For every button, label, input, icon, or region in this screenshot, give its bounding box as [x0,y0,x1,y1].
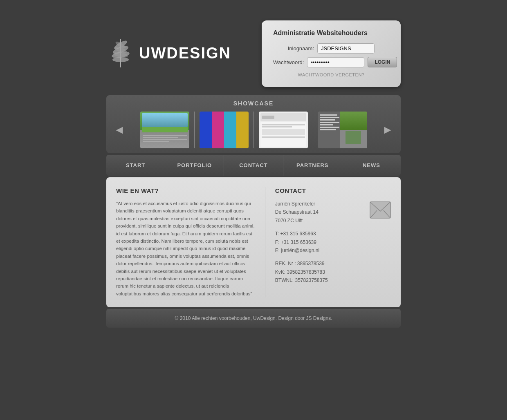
showcase-prev-arrow[interactable]: ◄ [110,123,128,136]
contact-name: Jurriën Sprenkeler [275,200,363,208]
showcase-next-arrow[interactable]: ► [379,123,397,136]
footer: © 2010 Alle rechten voorbehouden, UwDesi… [106,309,401,328]
password-input[interactable] [307,57,364,67]
nav-item-portfolio[interactable]: PORTFOLIO [165,155,224,176]
contact-street: De Schaapstraat 14 [275,208,363,216]
showcase-item-2[interactable] [200,112,249,148]
nav-item-contact[interactable]: CONTACT [224,155,283,176]
contact-btwnl: BTWNL: 357823758375 [275,276,363,284]
contact-fax: F: +31 315 653639 [275,238,363,246]
contact-kvk: KvK: 39582357835783 [275,268,363,276]
forgot-password-link[interactable]: WACHTWOORD VERGETEN? [298,72,365,77]
nav-item-news[interactable]: NEWS [342,155,401,176]
contact-phone: T: +31 315 635963 [275,230,363,238]
right-content: CONTACT Jurriën Sprenkeler De Schaapstra… [265,187,391,297]
contact-city: 7070 ZC Ulft [275,217,363,225]
svg-point-4 [112,57,129,62]
contact-rek: REK. Nr : 3895378539 [275,259,363,268]
email-icon [370,201,391,219]
content-section: WIE EN WAT? "At vero eos et accusamus et… [106,177,401,307]
contact-email: E: jurriën@design.nl [275,246,363,255]
email-icon-wrapper [370,201,391,220]
wie-en-wat-heading: WIE EN WAT? [116,187,255,194]
contact-heading: CONTACT [275,187,391,194]
left-content: WIE EN WAT? "At vero eos et accusamus et… [116,187,255,297]
login-button[interactable]: LOGIN [368,57,397,67]
logo-area: UWDESIGN [106,37,231,69]
contact-details: Jurriën Sprenkeler De Schaapstraat 14 70… [275,200,363,290]
nav-item-start[interactable]: START [106,155,165,176]
username-input[interactable] [317,43,375,54]
showcase-title: SHOWCASE [110,100,397,107]
admin-title: Administratie Websitehouders [273,29,389,37]
logo-text: UWDESIGN [139,45,231,62]
showcase-section: SHOWCASE ◄ [106,95,401,153]
showcase-item-3[interactable] [259,112,308,148]
showcase-item-1[interactable] [140,112,189,148]
username-label: Inlognaam: [273,45,314,51]
navigation-bar: START PORTFOLIO CONTACT PARTNERS NEWS [106,155,401,176]
admin-panel: Administratie Websitehouders Inlognaam: … [262,20,401,87]
wie-en-wat-text: "At vero eos et accusamus et iusto odio … [116,200,255,297]
footer-text: © 2010 Alle rechten voorbehouden, UwDesi… [175,315,332,321]
password-label: Wachtwoord: [273,59,304,65]
showcase-items [128,112,379,148]
nav-item-partners[interactable]: PARTNERS [283,155,342,176]
showcase-item-4[interactable] [318,112,367,148]
